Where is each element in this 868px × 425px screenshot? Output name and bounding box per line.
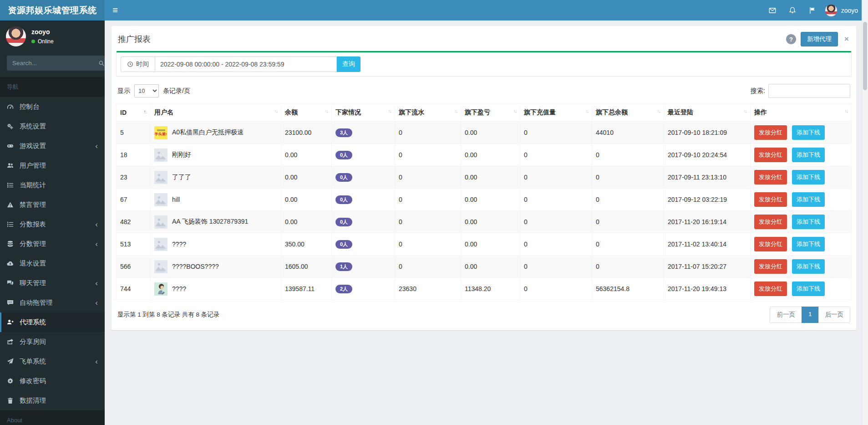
sidebar-item-list-ol[interactable]: 分数报表 ‹ [0, 215, 105, 234]
table-row: 67 hill 0.00 0人 0 0.00 0 0 2017-09-12 03… [117, 189, 852, 211]
sidebar-search [7, 56, 98, 71]
sidebar-item-warning[interactable]: 禁言管理 [0, 195, 105, 215]
top-navbar: 资源邦娱乐城管理系统 ≡ zooyo [0, 0, 868, 20]
table-row: 23 了了了 0.00 0人 0 0.00 0 0 2017-09-11 23:… [117, 166, 852, 189]
column-header-9[interactable]: 最近登陆 ↑↓ [664, 104, 751, 122]
dividend-button[interactable]: 发放分红 [754, 192, 787, 207]
clock-icon [127, 61, 133, 67]
sidebar-item-trash[interactable]: 数据清理 [0, 391, 105, 410]
dashboard-icon [7, 103, 20, 110]
sidebar-user-status[interactable]: Online [31, 38, 54, 45]
user-avatar [825, 5, 837, 16]
sidebar-item-comment[interactable]: 自动拖管理 ‹ [0, 293, 105, 312]
column-header-4[interactable]: 下家情况 ↑↓ [332, 104, 395, 122]
records-info: 显示第 1 到第 8 条记录 共有 8 条记录 [117, 311, 219, 319]
gears-icon [7, 123, 20, 130]
add-downline-button[interactable]: 添加下线 [792, 282, 825, 296]
sidebar-item-gear[interactable]: 修改密码 [0, 371, 105, 391]
sidebar-item-database[interactable]: 分数管理 ‹ [0, 234, 105, 254]
sidebar-item-user-plus[interactable]: 代理系统 [0, 312, 105, 332]
flag-icon[interactable] [802, 0, 822, 20]
page-scrollbar[interactable] [862, 0, 868, 425]
list-icon [7, 182, 20, 189]
sort-icon: ↑↓ [657, 108, 660, 114]
column-header-6[interactable]: 旗下盈亏 ↑↓ [461, 104, 520, 122]
dividend-button[interactable]: 发放分红 [754, 237, 787, 251]
user-menu[interactable]: zooyo [822, 0, 861, 20]
next-page-button[interactable]: 后一页 [818, 307, 851, 323]
dividend-button[interactable]: 发放分红 [754, 215, 787, 229]
sort-icon: ↑↓ [744, 108, 747, 114]
dividend-button[interactable]: 发放分红 [754, 170, 787, 184]
sidebar-item-gears[interactable]: 系统设置 [0, 117, 105, 136]
page-length-suffix: 条记录/页 [163, 87, 190, 95]
time-filter-box: 时间 查询 [116, 51, 852, 77]
sidebar: zooyo Online 导航 控制台 系统设置 游戏设置 ‹ 用户管理 当期统… [0, 20, 105, 425]
add-downline-button[interactable]: 添加下线 [792, 148, 825, 162]
dividend-button[interactable]: 发放分红 [754, 125, 787, 140]
table-search-input[interactable] [768, 84, 850, 98]
page-1-button[interactable]: 1 [802, 307, 819, 323]
add-downline-button[interactable]: 添加下线 [792, 192, 825, 207]
navbar-user-name: zooyo [841, 7, 858, 14]
column-header-10[interactable]: 操作 ↑↓ [751, 104, 852, 122]
sidebar-about-header: About [0, 410, 105, 425]
content-area: 推广系统 在这里设置您的代理以及推广人员 控制台 > 代理系统 推广报表 ? 新… [105, 0, 868, 330]
add-downline-button[interactable]: 添加下线 [792, 125, 825, 140]
sidebar-toggle-icon[interactable]: ≡ [105, 0, 126, 20]
sidebar-item-paper-plane[interactable]: 飞单系统 ‹ [0, 352, 105, 371]
add-downline-button[interactable]: 添加下线 [792, 259, 825, 274]
time-filter-label: 时间 [136, 60, 149, 68]
list-ol-icon [7, 221, 20, 228]
column-header-7[interactable]: 旗下充值量 ↑↓ [520, 104, 592, 122]
username: ???? [172, 285, 186, 292]
user-avatar-placeholder [154, 238, 168, 251]
chevron-left-icon: ‹ [95, 358, 98, 365]
dividend-button[interactable]: 发放分红 [754, 148, 787, 162]
downline-badge: 3人 [335, 128, 352, 137]
sidebar-item-cloud-download[interactable]: 退水设置 [0, 254, 105, 273]
table-search-label: 搜索: [751, 87, 765, 95]
sidebar-item-gamepad[interactable]: 游戏设置 ‹ [0, 136, 105, 156]
prev-page-button[interactable]: 前一页 [770, 307, 802, 323]
query-button[interactable]: 查询 [337, 56, 360, 72]
sidebar-item-list[interactable]: 当期统计 [0, 175, 105, 195]
table-row: 5 手头紧! A0私借黑白户无抵押极速 23100.00 3人 0 0.00 0… [117, 122, 852, 144]
column-header-2[interactable]: 用户名 ↑↓ [151, 104, 281, 122]
username: ????BOOS???? [172, 263, 219, 270]
sidebar-item-dashboard[interactable]: 控制台 [0, 97, 105, 117]
app-logo[interactable]: 资源邦娱乐城管理系统 [0, 0, 105, 20]
close-icon[interactable]: × [843, 35, 851, 44]
column-header-1[interactable]: ID ↑↓ [117, 104, 151, 122]
column-header-3[interactable]: 余额 ↑↓ [281, 104, 332, 122]
messages-envelope-icon[interactable] [762, 0, 782, 20]
date-range-input[interactable] [155, 56, 337, 72]
sidebar-item-comments[interactable]: 聊天管理 ‹ [0, 273, 105, 293]
sidebar-search-input[interactable] [7, 56, 98, 71]
notifications-bell-icon[interactable] [782, 0, 802, 20]
paper-plane-icon [7, 358, 20, 365]
dividend-button[interactable]: 发放分红 [754, 259, 787, 274]
add-downline-button[interactable]: 添加下线 [792, 215, 825, 229]
page-length-select[interactable]: 10 [134, 84, 159, 97]
downline-badge: 0人 [335, 173, 352, 182]
user-avatar-placeholder [154, 171, 168, 184]
scrollbar-thumb[interactable] [863, 22, 867, 90]
downline-badge: 0人 [335, 151, 352, 159]
sidebar-item-users[interactable]: 用户管理 [0, 156, 105, 175]
downline-badge: 2人 [335, 285, 352, 293]
column-header-8[interactable]: 旗下总余额 ↑↓ [592, 104, 664, 122]
user-avatar-placeholder [154, 193, 168, 206]
add-agent-button[interactable]: 新增代理 [801, 32, 838, 46]
online-status-label: Online [38, 38, 54, 45]
sidebar-item-share[interactable]: 分享房间 [0, 332, 105, 352]
search-icon[interactable] [98, 56, 105, 71]
add-downline-button[interactable]: 添加下线 [792, 170, 825, 184]
sidebar-nav: 控制台 系统设置 游戏设置 ‹ 用户管理 当期统计 禁言管理 分数报表 ‹ 分数… [0, 97, 105, 410]
add-downline-button[interactable]: 添加下线 [792, 237, 825, 251]
column-header-5[interactable]: 旗下流水 ↑↓ [395, 104, 461, 122]
help-icon[interactable]: ? [786, 34, 796, 44]
trash-icon [7, 397, 20, 404]
dividend-button[interactable]: 发放分红 [754, 282, 787, 296]
chevron-left-icon: ‹ [95, 240, 98, 248]
